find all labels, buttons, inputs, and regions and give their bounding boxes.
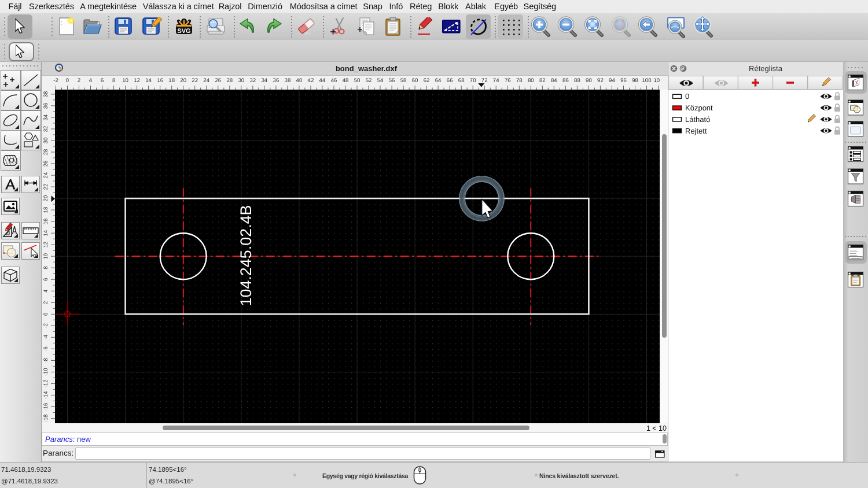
svg-text:26: 26 xyxy=(215,77,221,84)
svg-text:16: 16 xyxy=(43,219,49,225)
svg-text:36: 36 xyxy=(43,103,49,109)
svg-text:-18: -18 xyxy=(43,415,49,423)
svg-text:38: 38 xyxy=(285,77,291,84)
svg-text:64: 64 xyxy=(435,77,442,84)
svg-text:88: 88 xyxy=(574,77,580,84)
svg-text:10: 10 xyxy=(122,77,128,84)
svg-text:82: 82 xyxy=(539,77,546,84)
svg-text:54: 54 xyxy=(377,77,384,84)
svg-text:-14: -14 xyxy=(43,391,49,400)
svg-text:40: 40 xyxy=(296,77,303,84)
svg-text:50: 50 xyxy=(354,77,361,84)
svg-text:-16: -16 xyxy=(43,403,49,411)
svg-text:86: 86 xyxy=(562,77,569,84)
svg-text:80: 80 xyxy=(528,77,534,84)
svg-text:-8: -8 xyxy=(43,358,49,363)
svg-text:56: 56 xyxy=(389,77,395,84)
svg-text:34: 34 xyxy=(261,77,267,84)
svg-text:24: 24 xyxy=(203,77,209,84)
svg-text:92: 92 xyxy=(597,77,604,84)
svg-text:Központ: Központ xyxy=(685,103,713,112)
svg-text:12: 12 xyxy=(43,242,49,248)
svg-text:14: 14 xyxy=(43,230,49,236)
svg-text:104.245.02.4B: 104.245.02.4B xyxy=(237,205,255,306)
svg-text:44: 44 xyxy=(319,77,326,84)
svg-text:0: 0 xyxy=(66,77,69,84)
svg-text:12: 12 xyxy=(134,77,140,84)
svg-text:48: 48 xyxy=(343,77,349,84)
svg-text:58: 58 xyxy=(400,77,407,84)
svg-text:30: 30 xyxy=(43,138,49,144)
svg-text:66: 66 xyxy=(447,77,453,84)
svg-text:32: 32 xyxy=(43,126,49,132)
svg-text:76: 76 xyxy=(505,77,511,84)
svg-text:20: 20 xyxy=(43,195,49,202)
svg-text:8: 8 xyxy=(43,267,49,269)
svg-text:36: 36 xyxy=(273,77,279,84)
svg-text:22: 22 xyxy=(43,184,49,190)
svg-text:2: 2 xyxy=(43,301,49,304)
svg-text:6: 6 xyxy=(43,278,49,281)
svg-text:38: 38 xyxy=(43,91,49,98)
svg-text:-2: -2 xyxy=(53,77,58,84)
svg-text:28: 28 xyxy=(226,77,233,84)
svg-text:2: 2 xyxy=(78,77,80,84)
svg-text:78: 78 xyxy=(516,77,523,84)
svg-text:-4: -4 xyxy=(43,334,49,339)
svg-text:46: 46 xyxy=(331,77,337,84)
svg-text:60: 60 xyxy=(412,77,418,84)
svg-text:52: 52 xyxy=(366,77,372,84)
svg-text:6: 6 xyxy=(101,77,104,84)
svg-text:8: 8 xyxy=(112,77,115,84)
svg-text:34: 34 xyxy=(43,114,49,120)
svg-text:20: 20 xyxy=(180,77,186,84)
svg-text:102: 102 xyxy=(653,77,660,84)
svg-text:18: 18 xyxy=(43,207,49,213)
svg-text:-10: -10 xyxy=(43,368,49,376)
svg-text:-12: -12 xyxy=(43,379,49,387)
svg-text:4: 4 xyxy=(89,77,93,84)
svg-text:72: 72 xyxy=(481,77,488,84)
svg-text:84: 84 xyxy=(551,77,557,84)
svg-text:42: 42 xyxy=(308,77,314,84)
svg-text:-2: -2 xyxy=(43,323,49,328)
svg-text:98: 98 xyxy=(632,77,638,84)
svg-text:74: 74 xyxy=(493,77,499,84)
svg-text:96: 96 xyxy=(620,77,627,84)
svg-text:32: 32 xyxy=(249,77,256,84)
svg-text:10: 10 xyxy=(43,253,49,260)
svg-text:68: 68 xyxy=(458,77,465,84)
svg-text:28: 28 xyxy=(43,149,49,156)
svg-text:Réteglista: Réteglista xyxy=(749,64,783,73)
svg-text:62: 62 xyxy=(424,77,430,84)
svg-text:14: 14 xyxy=(145,77,152,84)
svg-text:94: 94 xyxy=(609,77,615,84)
svg-text:16: 16 xyxy=(157,77,163,84)
svg-text:Rejtett: Rejtett xyxy=(685,127,707,135)
svg-text:70: 70 xyxy=(470,77,476,84)
svg-text:100: 100 xyxy=(642,77,651,84)
svg-text:18: 18 xyxy=(168,77,175,84)
svg-text:24: 24 xyxy=(43,172,49,178)
svg-text:26: 26 xyxy=(43,161,49,167)
svg-text:30: 30 xyxy=(238,77,244,84)
svg-text:-6: -6 xyxy=(43,346,49,352)
svg-text:Látható: Látható xyxy=(685,115,710,124)
svg-text:command: command xyxy=(851,257,861,260)
svg-text:0: 0 xyxy=(685,92,689,101)
svg-text:22: 22 xyxy=(192,77,198,84)
svg-text:4: 4 xyxy=(43,289,49,293)
svg-text:90: 90 xyxy=(586,77,592,84)
svg-text:0: 0 xyxy=(43,313,49,316)
